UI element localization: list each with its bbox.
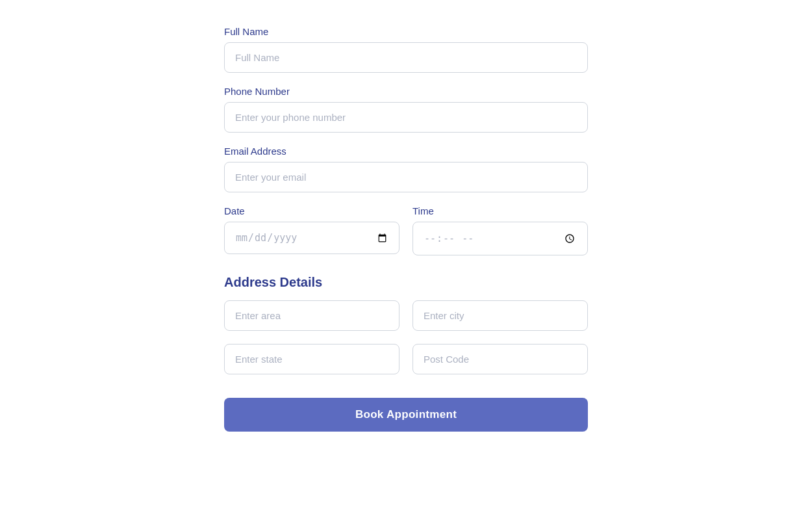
email-group: Email Address xyxy=(224,146,588,192)
book-appointment-button[interactable]: Book Appointment xyxy=(224,398,588,432)
phone-label: Phone Number xyxy=(224,86,588,97)
state-input[interactable] xyxy=(224,344,400,374)
area-group xyxy=(224,300,400,331)
city-input[interactable] xyxy=(412,300,588,331)
form-container: Full Name Phone Number Email Address Dat… xyxy=(224,0,588,432)
area-city-row xyxy=(224,300,588,344)
date-input[interactable] xyxy=(224,222,400,254)
time-input[interactable] xyxy=(412,222,588,255)
phone-input[interactable] xyxy=(224,102,588,133)
date-group: Date xyxy=(224,205,400,255)
time-group: Time xyxy=(412,205,588,255)
email-input[interactable] xyxy=(224,162,588,192)
email-label: Email Address xyxy=(224,146,588,157)
postcode-input[interactable] xyxy=(412,344,588,374)
city-group xyxy=(412,300,588,331)
fullname-label: Full Name xyxy=(224,26,588,37)
fullname-input[interactable] xyxy=(224,42,588,73)
date-time-row: Date Time xyxy=(224,205,588,268)
date-label: Date xyxy=(224,205,400,216)
time-label: Time xyxy=(412,205,588,216)
area-input[interactable] xyxy=(224,300,400,331)
state-postcode-row xyxy=(224,344,588,387)
fullname-group: Full Name xyxy=(224,26,588,73)
postcode-group xyxy=(412,344,588,374)
address-section-title: Address Details xyxy=(224,275,588,290)
state-group xyxy=(224,344,400,374)
phone-group: Phone Number xyxy=(224,86,588,133)
